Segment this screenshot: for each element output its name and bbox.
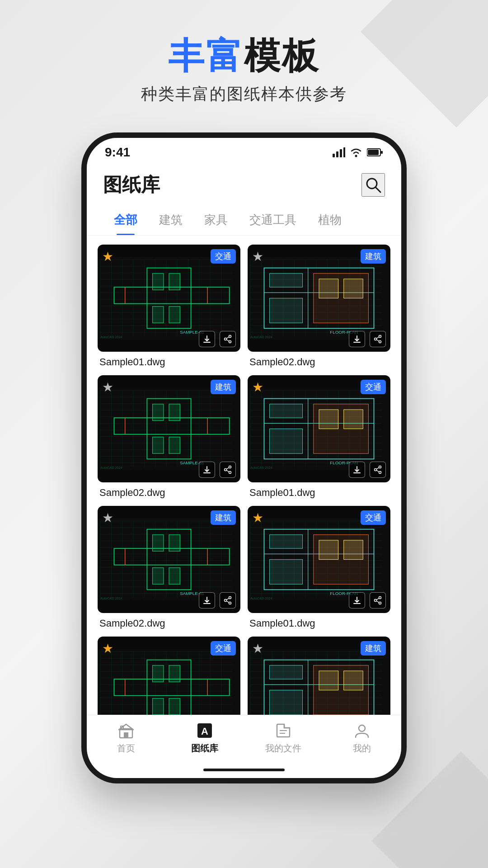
title-dark: 模板 [244, 36, 320, 76]
card-thumbnail: SAMPLE-01 AutoCAD 2024 ★建筑 [98, 506, 240, 613]
star-badge[interactable]: ★ [252, 249, 263, 264]
nav-files-label: 我的文件 [265, 742, 301, 755]
card-file-name: Sample01.dwg [98, 356, 240, 368]
card-thumbnail: SAMPLE-01 AutoCAD 2024 ★交通 [98, 637, 240, 715]
template-card[interactable]: FLOOR-PLAN AutoCAD 2024 ★交通Sample01.dwg [248, 506, 390, 629]
card-file-name: Sample02.dwg [98, 487, 240, 499]
nav-profile[interactable]: 我的 [335, 721, 389, 755]
svg-rect-119 [153, 404, 164, 420]
svg-rect-202 [169, 535, 180, 551]
template-card[interactable]: FLOOR-PLAN AutoCAD 2024 ★建筑Sample02.dwg [248, 637, 390, 715]
category-tabs: 全部 建筑 家具 交通工具 植物 [87, 205, 401, 236]
svg-rect-80 [270, 298, 303, 323]
template-card[interactable]: SAMPLE-01 AutoCAD 2024 ★建筑Sample02.dwg [98, 506, 240, 629]
app-header: 图纸库 [87, 163, 401, 205]
svg-text:AutoCAD 2024: AutoCAD 2024 [100, 335, 122, 339]
svg-line-131 [226, 467, 229, 469]
status-bar: 9:41 [87, 138, 401, 163]
share-button[interactable] [220, 462, 236, 478]
svg-line-9 [375, 187, 380, 192]
svg-text:A: A [201, 726, 208, 737]
card-actions [199, 462, 236, 478]
share-button[interactable] [220, 592, 236, 609]
svg-line-214 [226, 601, 229, 603]
svg-line-255 [376, 601, 379, 603]
svg-rect-10 [98, 257, 240, 339]
template-card[interactable]: SAMPLE-01 AutoCAD 2024 ★交通Sample01.dwg [98, 637, 240, 715]
svg-rect-92 [98, 387, 240, 470]
svg-line-213 [226, 598, 229, 600]
template-card[interactable]: FLOOR-PLAN AutoCAD 2024 ★交通Sample01.dwg [248, 375, 390, 499]
template-card[interactable]: FLOOR-PLAN AutoCAD 2024 ★建筑Sample02.dwg [248, 245, 390, 368]
svg-line-90 [376, 337, 379, 339]
svg-rect-40 [169, 307, 180, 323]
phone-mockup: 9:41 [81, 132, 407, 783]
star-badge[interactable]: ★ [252, 380, 263, 395]
app-title: 图纸库 [103, 172, 160, 198]
svg-rect-1 [336, 151, 338, 157]
nav-files[interactable]: 我的文件 [256, 721, 310, 755]
svg-text:AutoCAD 2024: AutoCAD 2024 [250, 335, 272, 339]
card-file-name: Sample01.dwg [248, 487, 390, 499]
category-badge: 交通 [361, 380, 386, 394]
star-badge[interactable]: ★ [102, 249, 113, 264]
page-header: 丰富模板 种类丰富的图纸样本供参考 [141, 36, 347, 105]
category-badge: 建筑 [211, 380, 236, 394]
card-actions [349, 462, 386, 478]
card-thumbnail: FLOOR-PLAN AutoCAD 2024 ★交通 [248, 375, 390, 482]
download-button[interactable] [349, 331, 365, 347]
svg-point-210 [229, 597, 231, 599]
star-badge[interactable]: ★ [102, 510, 113, 525]
search-icon [365, 176, 382, 193]
svg-rect-286 [169, 698, 180, 715]
tab-all[interactable]: 全部 [103, 205, 148, 235]
svg-point-89 [375, 338, 377, 340]
download-button[interactable] [199, 331, 215, 347]
svg-rect-82 [319, 279, 338, 298]
svg-point-4 [355, 155, 357, 157]
svg-text:AutoCAD 2024: AutoCAD 2024 [250, 466, 272, 470]
nav-templates[interactable]: A 图纸库 [178, 721, 232, 755]
category-badge: 建筑 [361, 641, 386, 656]
download-button[interactable] [199, 462, 215, 478]
svg-rect-201 [153, 535, 164, 551]
tab-plants[interactable]: 植物 [307, 205, 352, 235]
battery-icon [367, 147, 383, 157]
app-content: 图纸库 全部 建筑 家具 交通工具 植物 [87, 163, 401, 715]
download-button[interactable] [199, 592, 215, 609]
template-card[interactable]: SAMPLE-01 AutoCAD 2024 ★建筑Sample02.dwg [98, 375, 240, 499]
svg-rect-243 [270, 535, 303, 548]
card-actions [349, 331, 386, 347]
svg-point-171 [375, 469, 377, 471]
star-badge[interactable]: ★ [102, 641, 113, 656]
svg-rect-3 [343, 147, 345, 157]
category-badge: 建筑 [211, 510, 236, 525]
svg-rect-340 [124, 732, 128, 738]
download-button[interactable] [349, 592, 365, 609]
card-file-name: Sample02.dwg [98, 618, 240, 629]
star-badge[interactable]: ★ [252, 510, 263, 525]
tab-furniture[interactable]: 家具 [193, 205, 239, 235]
card-actions [349, 592, 386, 609]
star-badge[interactable]: ★ [102, 380, 113, 395]
home-indicator [87, 762, 401, 778]
template-card[interactable]: SAMPLE-01 AutoCAD 2024 ★交通Sample01.dwg [98, 245, 240, 368]
tab-architecture[interactable]: 建筑 [148, 205, 193, 235]
share-button[interactable] [220, 331, 236, 347]
share-button[interactable] [370, 592, 386, 609]
share-button[interactable] [370, 462, 386, 478]
category-badge: 建筑 [361, 249, 386, 264]
svg-rect-38 [169, 274, 180, 290]
share-button[interactable] [370, 331, 386, 347]
svg-point-47 [229, 341, 231, 343]
svg-rect-326 [270, 690, 303, 715]
svg-rect-328 [319, 671, 338, 690]
svg-rect-174 [98, 518, 240, 600]
nav-home[interactable]: 首页 [99, 721, 153, 755]
tab-transport[interactable]: 交通工具 [239, 205, 307, 235]
nav-profile-label: 我的 [353, 742, 371, 755]
card-thumbnail: SAMPLE-01 AutoCAD 2024 ★建筑 [98, 375, 240, 482]
search-button[interactable] [361, 173, 385, 197]
star-badge[interactable]: ★ [252, 641, 263, 656]
download-button[interactable] [349, 462, 365, 478]
